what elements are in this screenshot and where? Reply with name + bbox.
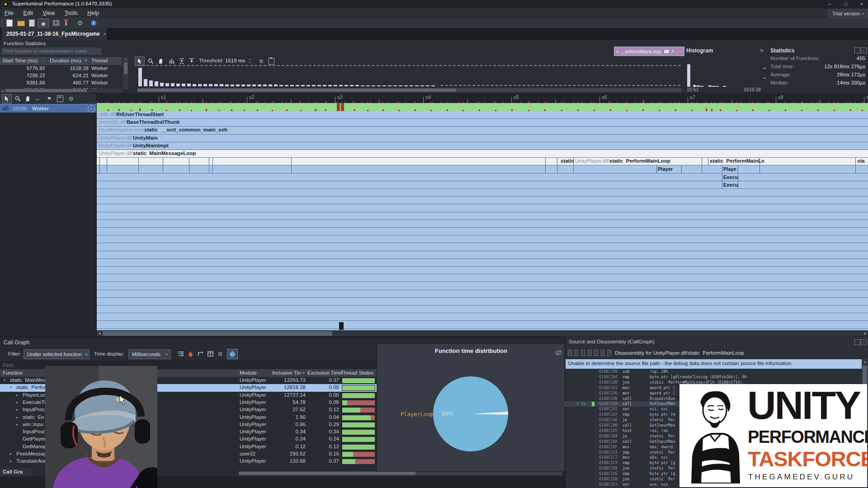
scrollbar-thumb[interactable]: [137, 89, 456, 92]
export-page-icon[interactable]: [29, 19, 35, 27]
inverted-tree-icon[interactable]: [196, 350, 204, 358]
minimize-button[interactable]: –: [823, 0, 836, 8]
folder-icon[interactable]: [664, 49, 670, 54]
search-icon[interactable]: [594, 350, 598, 356]
timeline-callstack[interactable]: ntdll.dll!RtlUserThreadStartkernel32.dll…: [97, 111, 868, 330]
panel-pin-icon[interactable]: [854, 339, 860, 345]
nav-back-icon[interactable]: [601, 350, 605, 356]
time-ruler[interactable]: s1s2s3s4s5s6s7s8s9: [97, 94, 868, 103]
stack-frame-row[interactable]: UnityPlayer.dll!UnityMain: [97, 135, 868, 142]
threshold-value[interactable]: 1519 ms: [225, 58, 245, 63]
new-capture-icon[interactable]: [6, 19, 13, 27]
pan-hand-icon[interactable]: [24, 94, 32, 103]
call-graph-bottom-tab[interactable]: Call Gra: [0, 468, 33, 476]
maximize-button[interactable]: ▢: [839, 0, 853, 8]
table-row[interactable]: 7295.22624.21Worker: [0, 72, 122, 80]
pan-hand-icon[interactable]: [156, 57, 165, 65]
time-display-dropdown[interactable]: Milliseconds ▼: [128, 349, 171, 359]
new-doc-icon[interactable]: [588, 350, 592, 356]
panel-pin-icon[interactable]: [854, 47, 860, 53]
thread-activity-band[interactable]: [97, 103, 868, 111]
select-cursor-icon[interactable]: [135, 56, 145, 66]
gear-add-icon[interactable]: ⚙: [67, 94, 75, 103]
menu-view[interactable]: View: [42, 10, 55, 16]
breakpoint-icon[interactable]: [581, 350, 585, 356]
trial-version-dropdown[interactable]: Trial version ▾: [828, 9, 868, 18]
eye-off-icon[interactable]: [554, 349, 562, 356]
tab-active[interactable]: 2025-01-27_11-38-16_FpsMicrogame ×: [2, 28, 107, 40]
eye-visibility-icon[interactable]: [2, 106, 9, 111]
info-icon[interactable]: i: [90, 19, 98, 27]
scroll-up-icon[interactable]: ▲: [862, 359, 868, 364]
fs-col-start-time[interactable]: Start Time (ms): [2, 58, 38, 63]
nav-forward-icon[interactable]: [607, 350, 611, 356]
pin-icon[interactable]: [65, 20, 67, 26]
copy-icon[interactable]: ⧉: [216, 350, 224, 358]
cg-col-module[interactable]: Module: [240, 370, 257, 375]
eye-view-icon[interactable]: ◉: [38, 19, 49, 28]
scroll-up-icon[interactable]: ▲: [123, 57, 128, 61]
menu-file[interactable]: File: [5, 10, 14, 16]
fs-vertical-scrollbar[interactable]: ▲: [123, 57, 128, 89]
spinner-up-icon[interactable]: ▴: [248, 57, 252, 61]
segment-row[interactable]: staticUnityPlayer.dll!static PerformMain…: [97, 158, 868, 165]
histogram-scrollbar[interactable]: [137, 88, 682, 92]
expander-icon[interactable]: ▾: [4, 378, 5, 382]
expander-icon[interactable]: ▾: [10, 385, 12, 389]
histogram-mini-chart[interactable]: [687, 64, 764, 87]
filter-chip[interactable]: Under selected function ×: [24, 349, 90, 359]
cg-col-thread-states[interactable]: Thread States: [341, 370, 373, 375]
histogram-bars-icon[interactable]: [168, 57, 175, 65]
scrollbar-thumb[interactable]: [239, 472, 415, 475]
table-row[interactable]: 9381.66460.77Worker: [0, 80, 122, 87]
pan-horizontal-icon[interactable]: ↔: [33, 94, 42, 103]
menu-tools[interactable]: Tools: [65, 10, 78, 16]
copy-icon[interactable]: ⧉: [759, 47, 765, 53]
scroll-right-icon[interactable]: ▶: [863, 331, 868, 336]
stack-frame-row[interactable]: ntdll.dll!RtlUserThreadStart: [97, 111, 868, 119]
menu-help[interactable]: Help: [87, 10, 99, 16]
close-button[interactable]: ×: [855, 0, 868, 8]
stack-frame-row[interactable]: UnityPlayer.dll!static MainMessageLoop: [97, 150, 868, 158]
expander-icon[interactable]: ▸: [10, 459, 12, 463]
paste-clipboard-icon[interactable]: [269, 58, 274, 65]
cg-horizontal-scrollbar[interactable]: [238, 471, 562, 475]
stack-frame-row[interactable]: FpsMicrogame.exe!static __scrt_common_ma…: [97, 127, 868, 134]
zoom-search-icon[interactable]: [146, 57, 155, 65]
stack-frame-row[interactable]: kernel32.dll!BaseThreadInitThunk: [97, 119, 868, 127]
tab-close-icon[interactable]: ×: [104, 31, 106, 37]
flag-marker-icon[interactable]: ⚑: [45, 94, 53, 103]
select-cursor-icon[interactable]: [2, 94, 12, 103]
asm-line[interactable]: 0108C180subrsp, 28h: [565, 369, 862, 375]
panel-close-icon[interactable]: ×: [861, 339, 867, 345]
collapse-thread-icon[interactable]: ˄: [88, 105, 95, 113]
settings-gear-icon[interactable]: ⚙: [76, 19, 84, 27]
timeline-scrollbar[interactable]: ◀ ▶: [97, 331, 868, 336]
thread-row[interactable]: 38336 Worker ˄: [0, 104, 97, 113]
stack-frame-row[interactable]: UnityPlayer.dll!UnityMainImpl: [97, 142, 868, 150]
expander-icon[interactable]: ▸: [10, 452, 12, 456]
clipboard-icon[interactable]: [57, 95, 63, 102]
filter-clear-icon[interactable]: ×: [85, 352, 88, 357]
panel-close-icon[interactable]: ×: [861, 47, 867, 53]
fs-horizontal-scrollbar[interactable]: ◀: [0, 89, 122, 93]
table-row[interactable]: 5776.821518.28Worker: [0, 65, 122, 72]
zoom-search-icon[interactable]: [14, 94, 22, 103]
scroll-left-icon[interactable]: ◀: [0, 89, 5, 93]
expander-icon[interactable]: ▸: [16, 400, 18, 404]
table-view-icon[interactable]: [206, 350, 214, 358]
camera-icon[interactable]: [52, 20, 60, 26]
step-into-icon[interactable]: [568, 350, 572, 356]
step-over-icon[interactable]: [575, 350, 579, 356]
fs-col-thread[interactable]: Thread: [91, 58, 108, 63]
flame-graph-icon[interactable]: [186, 350, 194, 358]
menu-edit[interactable]: Edit: [24, 10, 33, 16]
selected-function-tag[interactable]: ≡ ...erformMainLoop ×: [614, 47, 684, 56]
duration-histogram[interactable]: [138, 66, 681, 86]
scrollbar-thumb[interactable]: [5, 89, 87, 92]
align-min-icon[interactable]: [178, 57, 185, 65]
cg-col-function[interactable]: Function: [3, 370, 23, 375]
copy-icon[interactable]: ⧉: [258, 57, 265, 65]
expander-icon[interactable]: ▸: [16, 422, 18, 427]
align-max-icon[interactable]: [188, 57, 195, 65]
